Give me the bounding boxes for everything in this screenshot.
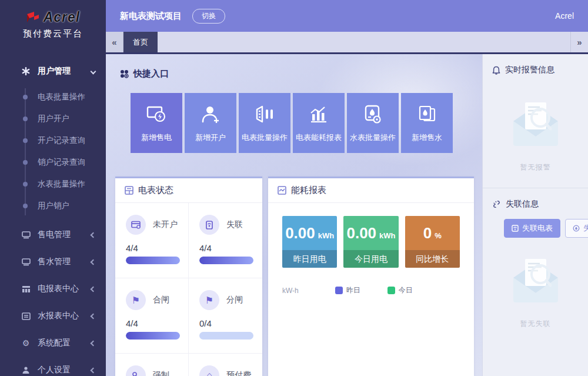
- sidebar-item-user-close[interactable]: 用户销户: [0, 195, 106, 217]
- energy-stat-cards: 0.00kWh 昨日用电 0.00kWh 今日用电 0% 同比增长: [268, 203, 474, 268]
- chevron-left-icon: [91, 286, 96, 292]
- sidebar-item-label: 水报表中心: [38, 311, 91, 321]
- quick-button-new-water-sale[interactable]: 新增售水: [401, 93, 453, 153]
- meter-status-title: 电表状态: [138, 185, 173, 196]
- status-progress-track: [199, 257, 253, 264]
- bar-chart-icon: [309, 103, 329, 125]
- sidebar-subnav: 电表批量操作 用户开户 开户记录查询 销户记录查询 水表批量操作 用户销户: [0, 85, 106, 221]
- home-icon: ⌂: [199, 365, 219, 376]
- status-cell-value: 4/4: [126, 318, 178, 328]
- stat-card-today: 0.00kWh 今日用电: [343, 216, 398, 268]
- quick-button-new-account[interactable]: 新增开户: [185, 93, 236, 153]
- status-progress-fill: [126, 332, 180, 340]
- sidebar-item-electric-reports[interactable]: 电报表中心: [0, 275, 106, 302]
- bullet-dot-icon: [23, 182, 28, 187]
- status-progress-track: [126, 332, 180, 340]
- status-progress-track: [126, 257, 180, 264]
- main-content: 快捷入口 新增售电 新增开户 电表批量操作: [106, 54, 482, 376]
- project-name: 新电表测试项目: [120, 11, 182, 22]
- offline-electric-meter-button[interactable]: 失联电表: [504, 219, 560, 238]
- sidebar-item-personal-settings[interactable]: 个人设置: [0, 357, 106, 376]
- alarm-section-header: 实时报警信息: [483, 54, 588, 75]
- bullet-dot-icon: [23, 160, 28, 165]
- platform-name: 预付费云平台: [0, 28, 106, 39]
- meter-icon: [512, 225, 519, 232]
- status-cell-value: 4/4: [126, 243, 178, 253]
- meter-bars-icon: [255, 103, 275, 125]
- energy-report-title: 能耗报表: [291, 185, 326, 196]
- list-box-icon: [21, 311, 31, 321]
- status-cell-forced[interactable]: 强制: [115, 354, 189, 376]
- stat-label: 同比增长: [405, 250, 460, 268]
- status-cell-label: 合闸: [153, 295, 169, 305]
- stat-unit: %: [435, 231, 442, 240]
- sidebar-item-label: 售电管理: [38, 229, 91, 240]
- offline-empty-text: 暂无失联: [483, 319, 588, 329]
- sidebar-item-user-open[interactable]: 用户开户: [0, 108, 106, 129]
- stat-unit: kWh: [318, 231, 334, 240]
- status-cell-closed-switch[interactable]: ⚑ 合闸 4/4: [115, 278, 189, 354]
- status-cell-label: 预付费: [226, 370, 251, 376]
- sidebar-item-system-config[interactable]: ⚙ 系统配置: [0, 330, 106, 357]
- tab-home[interactable]: 首页: [123, 32, 158, 52]
- sidebar-item-water-sales[interactable]: 售水管理: [0, 248, 106, 275]
- quick-button-label: 电表能耗报表: [296, 132, 342, 143]
- status-cell-value: 0/4: [199, 318, 252, 328]
- status-progress-fill: [126, 257, 180, 264]
- legend-item-today[interactable]: 今日: [387, 285, 413, 295]
- quick-button-label: 新增售电: [141, 132, 172, 143]
- offline-water-meter-button[interactable]: 失联水表: [565, 219, 588, 238]
- tabs-scroll-right-button[interactable]: »: [570, 32, 588, 52]
- tabs-scroll-left-button[interactable]: «: [106, 32, 123, 52]
- legend-swatch: [335, 287, 343, 294]
- status-cell-prepaid[interactable]: ⌂ 预付费: [189, 354, 262, 376]
- bullet-dot-icon: [23, 117, 28, 121]
- offline-button-label: 失联电表: [522, 223, 553, 234]
- sidebar-item-water-batch[interactable]: 水表批量操作: [0, 173, 106, 195]
- sidebar-item-meter-batch[interactable]: 电表批量操作: [0, 86, 106, 108]
- sidebar-item-close-records[interactable]: 销户记录查询: [0, 151, 106, 173]
- offline-section-title: 失联信息: [506, 199, 539, 209]
- bullet-dot-icon: [23, 95, 28, 99]
- status-cell-offline[interactable]: 失联 4/4: [189, 203, 262, 278]
- meter-status-header: 电表状态: [115, 178, 262, 203]
- chevron-down-icon: [91, 68, 96, 74]
- quick-button-energy-report[interactable]: 电表能耗报表: [293, 93, 345, 153]
- water-meter-icon: [573, 225, 580, 232]
- axis-unit-label: kW-h: [282, 287, 299, 295]
- status-cell-value: 4/4: [199, 243, 252, 253]
- empty-envelope-illustration: [507, 95, 564, 152]
- quick-button-label: 新增开户: [195, 132, 226, 143]
- sidebar-item-open-records[interactable]: 开户记录查询: [0, 129, 106, 151]
- bullet-dot-icon: [23, 138, 28, 143]
- sidebar-item-user-management[interactable]: 用户管理: [0, 58, 106, 85]
- quick-button-new-electric-sale[interactable]: 新增售电: [131, 93, 182, 153]
- sidebar-item-label: 售水管理: [38, 257, 91, 267]
- stat-value: 0: [423, 225, 432, 241]
- offline-meter-icon: [199, 215, 219, 235]
- switch-project-button[interactable]: 切换: [192, 9, 225, 24]
- chevron-left-icon: [91, 340, 96, 346]
- sidebar-nav: 用户管理 电表批量操作 用户开户 开户记录查询 销户记录查询 水表批量操作 用户…: [0, 58, 106, 376]
- status-cell-open-switch[interactable]: ⚑ 分闸 0/4: [189, 278, 262, 354]
- stat-value: 0.00: [285, 225, 315, 241]
- status-cell-label: 失联: [226, 219, 243, 230]
- gear-icon: ⚙: [21, 338, 31, 348]
- stat-unit: kWh: [379, 231, 395, 240]
- empty-envelope-illustration: [507, 252, 564, 308]
- meter-status-panel: 电表状态 未开户 4/4 失联 4/4: [115, 177, 262, 376]
- quick-button-meter-batch[interactable]: 电表批量操作: [239, 93, 290, 153]
- meter-status-icon: [125, 186, 133, 195]
- flag-icon: ⚑: [199, 290, 219, 310]
- sidebar-item-water-reports[interactable]: 水报表中心: [0, 302, 106, 330]
- quick-button-water-batch[interactable]: 水表批量操作: [347, 93, 399, 153]
- sidebar-item-electric-sales[interactable]: 售电管理: [0, 221, 106, 248]
- person-icon: [21, 365, 31, 375]
- quick-entry-title: 快捷入口: [133, 68, 169, 79]
- legend-item-yesterday[interactable]: 昨日: [335, 285, 360, 295]
- username[interactable]: Acrel: [555, 11, 574, 21]
- status-cell-not-opened[interactable]: 未开户 4/4: [115, 203, 189, 278]
- app-window: Acrel 预付费云平台 用户管理 电表批量操作 用户开户 开户记录查询 销户记…: [0, 0, 588, 376]
- card-icon: [21, 230, 31, 239]
- right-panel: 实时报警信息 暂无报警 失联信息 失联电表 失联水表: [482, 54, 588, 376]
